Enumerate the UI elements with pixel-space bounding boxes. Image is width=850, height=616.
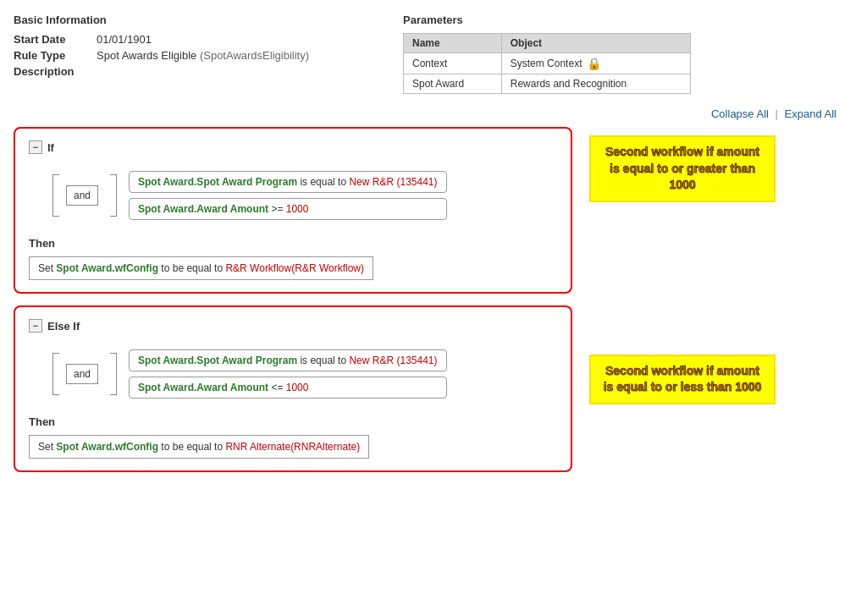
params-col-name: Name	[404, 34, 502, 53]
else-if-annotation: Second workflow if amount is equal to or…	[589, 355, 775, 404]
rule-type-label: Rule Type	[14, 49, 90, 62]
else-if-action-text: Set	[38, 441, 53, 453]
top-section: Basic Information Start Date 01/01/1901 …	[14, 14, 836, 94]
else-if-condition-2: Spot Award.Award Amount <= 1000	[129, 377, 446, 399]
else-if-cond1-operator: is equal to	[300, 355, 349, 366]
rule-type-value: Spot Awards Eligible (SpotAwardsEligibil…	[97, 49, 309, 62]
description-row: Description	[14, 65, 369, 78]
if-cond2-operator: >=	[271, 203, 285, 215]
if-annotation-text: Second workflow if amount is equal to or…	[601, 144, 764, 194]
else-if-bracket-right	[107, 344, 117, 404]
if-cond1-operator: is equal to	[300, 176, 349, 188]
else-if-cond2-value: 1000	[286, 382, 309, 393]
if-bracket	[37, 166, 54, 225]
params-spot-award-object: Rewards and Recognition	[501, 74, 690, 94]
params-spot-award-name: Spot Award	[404, 74, 502, 94]
else-if-action-field: Spot Award.wfConfig	[56, 441, 158, 453]
if-annotation: Second workflow if amount is equal to or…	[589, 135, 775, 202]
else-if-cond1-value: New R&R (135441)	[349, 355, 437, 366]
start-date-value: 01/01/1901	[97, 33, 152, 46]
else-if-conditions-area: and Spot Award.Spot Award Program is equ…	[37, 344, 557, 404]
if-block: − If and Spot Award.Spot A	[14, 127, 572, 294]
rule-type-row: Rule Type Spot Awards Eligible (SpotAwar…	[14, 49, 369, 62]
expand-all-link[interactable]: Expand All	[785, 107, 836, 120]
else-if-action-value: RNR Alternate(RNRAlternate)	[225, 441, 360, 453]
parameters-panel: Parameters Name Object Context System Co…	[403, 14, 836, 94]
rules-column: − If and Spot Award.Spot A	[14, 127, 572, 484]
lock-icon: 🔒	[587, 57, 601, 70]
description-label: Description	[14, 65, 90, 78]
separator: |	[775, 107, 778, 120]
else-if-bracket	[37, 344, 54, 404]
if-bracket-right	[107, 166, 117, 225]
else-if-and-label: and	[66, 364, 98, 384]
else-if-action-box: Set Spot Award.wfConfig to be equal to R…	[29, 435, 369, 459]
else-if-action-operator: to be equal to	[161, 441, 225, 453]
if-action-field: Spot Award.wfConfig	[56, 262, 158, 274]
annotations-column: Second workflow if amount is equal to or…	[589, 127, 836, 484]
if-condition-1: Spot Award.Spot Award Program is equal t…	[129, 171, 446, 193]
else-if-then-label: Then	[29, 415, 557, 428]
if-label: If	[47, 141, 54, 154]
if-then-label: Then	[29, 237, 557, 250]
else-if-block: − Else If and Spot Award.Spot Award	[14, 305, 572, 472]
start-date-row: Start Date 01/01/1901	[14, 33, 369, 46]
params-context-name: Context	[404, 53, 502, 74]
else-if-conditions-list: Spot Award.Spot Award Program is equal t…	[129, 349, 446, 399]
system-context-text: System Context	[511, 58, 582, 69]
else-if-cond2-operator: <=	[271, 382, 285, 393]
if-cond2-field: Spot Award.Award Amount	[138, 203, 268, 215]
params-context-object: System Context 🔒	[501, 53, 690, 74]
if-action-box: Set Spot Award.wfConfig to be equal to R…	[29, 256, 373, 280]
if-action-text: Set	[38, 262, 53, 274]
if-conditions-area: and Spot Award.Spot Award Program is equ…	[37, 166, 557, 225]
if-cond1-value: New R&R (135441)	[349, 176, 437, 188]
params-row-context: Context System Context 🔒	[404, 53, 691, 74]
rules-and-annotations: − If and Spot Award.Spot A	[14, 127, 836, 484]
if-conditions-list: Spot Award.Spot Award Program is equal t…	[129, 171, 446, 220]
collapse-all-link[interactable]: Collapse All	[711, 107, 769, 120]
else-if-cond1-field: Spot Award.Spot Award Program	[138, 355, 297, 366]
params-col-object: Object	[501, 34, 690, 53]
if-collapse-button[interactable]: −	[29, 140, 42, 154]
else-if-condition-1: Spot Award.Spot Award Program is equal t…	[129, 349, 446, 371]
if-action-operator: to be equal to	[161, 262, 225, 274]
basic-info-panel: Basic Information Start Date 01/01/1901 …	[14, 14, 369, 94]
else-if-cond2-field: Spot Award.Award Amount	[138, 382, 268, 393]
if-block-header: − If	[29, 140, 557, 154]
parameters-table: Name Object Context System Context 🔒 Spo…	[403, 33, 691, 94]
else-if-block-header: − Else If	[29, 319, 557, 333]
else-if-label: Else If	[47, 320, 80, 333]
else-if-annotation-text: Second workflow if amount is equal to or…	[601, 363, 764, 396]
if-cond1-field: Spot Award.Spot Award Program	[138, 176, 297, 188]
start-date-label: Start Date	[14, 33, 90, 46]
collapse-expand-bar: Collapse All | Expand All	[14, 107, 836, 120]
if-cond2-value: 1000	[286, 203, 309, 215]
if-and-label: and	[66, 185, 98, 206]
basic-info-heading: Basic Information	[14, 14, 369, 26]
if-condition-2: Spot Award.Award Amount >= 1000	[129, 198, 446, 220]
parameters-heading: Parameters	[403, 14, 836, 26]
if-action-value: R&R Workflow(R&R Workflow)	[225, 262, 364, 274]
else-if-collapse-button[interactable]: −	[29, 319, 42, 333]
params-row-spot-award: Spot Award Rewards and Recognition	[404, 74, 691, 94]
